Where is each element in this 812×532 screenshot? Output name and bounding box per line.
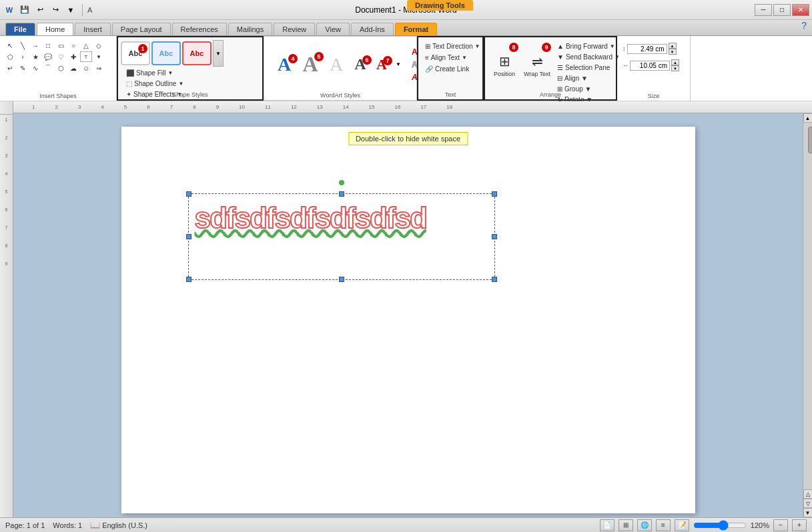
shape-heart[interactable]: ♡ [55,51,67,62]
shape-bent-arrow[interactable]: ↵ [4,63,16,73]
step-badge-4: 4 [288,54,298,63]
undo-btn[interactable]: ↩ [33,3,47,17]
shape-fill-btn[interactable]: ⬛ Shape Fill ▼ [123,68,224,78]
wa-btn-5[interactable]: A 5 [298,52,322,77]
language-indicator[interactable]: 📖 English (U.S.) [90,521,147,530]
shape-block-arrow[interactable]: ⇒ [93,63,105,73]
bring-forward-btn[interactable]: ▲ Bring Forward ▼ [554,41,623,51]
restore-btn[interactable]: □ [773,4,791,16]
shape-textbox[interactable]: T [80,51,92,62]
qat-dropdown[interactable]: ▼ [64,3,77,17]
step-badge-1: 1 [138,44,147,53]
width-input[interactable] [630,61,670,71]
create-link-btn[interactable]: 🔗 Create Link [422,64,472,74]
drawing-tools-label: Drawing Tools [407,0,473,11]
height-up[interactable]: ▲ [669,43,677,49]
wa-btn-6[interactable]: A 6 [350,55,370,73]
wa-more-btn[interactable]: ▼ [393,61,404,67]
shape-diamond[interactable]: ◇ [93,40,105,51]
send-backward-btn[interactable]: ▼ Send Backward ▼ [554,52,623,62]
text-box[interactable]: sdfsdfsdfsdfsdfsd [188,193,495,280]
view-print-btn[interactable]: 📄 [600,519,615,531]
scroll-next-page[interactable]: ▽ [803,499,813,508]
style-btn-2[interactable]: Abc [151,41,181,65]
zoom-out-btn[interactable]: − [773,519,788,531]
tab-file[interactable]: File [5,23,35,35]
wordart-content[interactable]: sdfsdfsdfsdfsdfsd [188,193,495,243]
view-web-btn[interactable]: 🌐 [637,519,652,531]
tab-format[interactable]: Format [395,23,437,35]
shape-smiley[interactable]: ☺ [80,63,92,73]
wordart-letters-row: A 4 A 5 A A 6 [270,49,406,79]
tab-add-ins[interactable]: Add-Ins [351,23,394,35]
width-down[interactable]: ▼ [671,65,679,71]
tab-mailings[interactable]: Mailings [228,23,272,35]
rotate-handle[interactable] [339,180,344,185]
shape-connector[interactable]: ⌒ [42,63,54,73]
style-btn-3[interactable]: Abc [182,41,212,65]
shape-cursor[interactable]: ↖ [4,40,16,51]
wa-btn-7[interactable]: A 7 [372,56,391,73]
shape-more[interactable]: ▼ [93,51,105,62]
minimize-btn[interactable]: ─ [755,4,772,16]
shape-callout[interactable]: 💬 [42,51,54,62]
step-badge-5: 5 [314,52,324,61]
style-more-btn[interactable]: ▼ [213,40,224,67]
shape-cross[interactable]: ✚ [67,51,79,62]
height-input[interactable] [627,44,667,54]
width-up[interactable]: ▲ [671,59,679,65]
shape-freeform[interactable]: ∿ [29,63,41,73]
scroll-up-btn[interactable]: ▲ [803,113,813,123]
status-left: Page: 1 of 1 Words: 1 📖 English (U.S.) [5,521,147,530]
shape-pentagon[interactable]: ⬠ [4,51,16,62]
double-click-hint[interactable]: Double-click to hide white space [348,132,468,145]
align-btn[interactable]: ⊟ Align ▼ [554,73,623,83]
tab-page-layout[interactable]: Page Layout [112,23,171,35]
shape-star[interactable]: ★ [29,51,41,62]
shape-outline-btn[interactable]: ⬚ Shape Outline ▼ [123,79,224,89]
scroll-down-btn[interactable]: ▼ [803,508,813,517]
handle-bm[interactable] [339,277,344,282]
height-down[interactable]: ▼ [669,49,677,55]
tab-review[interactable]: Review [274,23,315,35]
shape-rect[interactable]: □ [42,40,54,51]
group-label-wordart: WordArt Styles [264,92,416,99]
view-outline-btn[interactable]: ≡ [656,519,671,531]
handle-bl[interactable] [186,277,191,282]
doc-scroll-area[interactable]: Double-click to hide white space [13,113,803,517]
view-full-screen-btn[interactable]: ⊞ [619,519,633,531]
shape-round-rect[interactable]: ▭ [55,40,67,51]
shape-cloud[interactable]: ☁ [67,63,79,73]
group-wordart-styles: A 4 A 5 A A 6 [264,36,417,101]
zoom-in-btn[interactable]: + [792,519,807,531]
shape-circle[interactable]: ○ [67,40,79,51]
redo-btn[interactable]: ↪ [49,3,62,17]
handle-br[interactable] [492,277,497,282]
save-btn[interactable]: 💾 [18,3,31,17]
wa-btn-faded[interactable]: A [324,54,348,75]
wa-btn-4[interactable]: A 4 [272,54,296,75]
zoom-slider[interactable] [693,521,747,529]
tab-view[interactable]: View [316,23,350,35]
document-page: Double-click to hide white space [121,127,695,513]
shapes-grid: ↖ ╲ → □ ▭ ○ △ ◇ ⬠ › ★ 💬 ♡ ✚ T ▼ [3,39,106,75]
selection-pane-btn[interactable]: ☰ Selection Pane [554,63,623,73]
help-button[interactable]: ? [801,20,807,31]
style-btn-1[interactable]: Abc 1 [121,41,150,65]
shape-edit-points[interactable]: ✎ [17,63,29,73]
scroll-thumb[interactable] [808,127,813,153]
group-label-arrange: Arrange [485,91,616,98]
tab-insert[interactable]: Insert [75,23,111,35]
shape-triangle[interactable]: △ [80,40,92,51]
tab-references[interactable]: References [172,23,227,35]
tab-home[interactable]: Home [37,23,73,35]
shape-arrow-line[interactable]: → [29,40,41,51]
view-draft-btn[interactable]: 📝 [675,519,689,531]
shape-chevron[interactable]: › [17,51,29,62]
text-direction-btn[interactable]: ⊞ Text Direction ▼ [422,41,483,51]
scroll-prev-page[interactable]: △ [803,489,813,499]
align-text-btn[interactable]: ≡ Align Text ▼ [422,53,470,63]
shape-line[interactable]: ╲ [17,40,29,51]
close-btn[interactable]: ✕ [792,4,809,16]
shape-hexagon[interactable]: ⬡ [55,63,67,73]
